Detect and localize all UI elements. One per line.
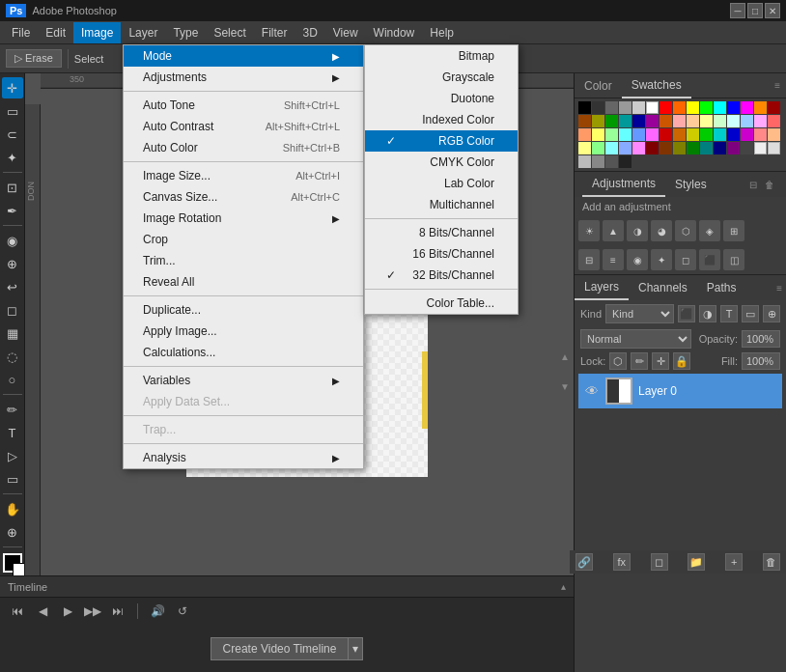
tab-channels[interactable]: Channels (629, 275, 697, 300)
tool-gradient[interactable]: ▦ (2, 322, 23, 344)
swatch[interactable] (714, 128, 726, 141)
tab-styles[interactable]: Styles (665, 172, 716, 197)
swatch[interactable] (727, 101, 740, 114)
swatch[interactable] (592, 101, 604, 114)
mode-cmyk-color[interactable]: CMYK Color (365, 152, 518, 173)
tl-audio-btn[interactable]: 🔊 (148, 602, 167, 621)
swatch[interactable] (619, 128, 632, 141)
menu-item-crop[interactable]: Crop (124, 229, 363, 250)
swatch[interactable] (673, 115, 686, 127)
swatch[interactable] (605, 101, 618, 114)
add-mask-icon[interactable]: ◻ (651, 553, 668, 571)
menu-item-mode[interactable]: Mode ▶ (124, 45, 363, 67)
swatch[interactable] (741, 142, 753, 154)
menu-item-canvas-size[interactable]: Canvas Size... Alt+Ctrl+C (124, 186, 363, 208)
tab-swatches[interactable]: Swatches (622, 73, 691, 98)
swatch[interactable] (687, 115, 699, 127)
swatch[interactable] (592, 155, 604, 168)
mode-indexed-color[interactable]: Indexed Color (365, 109, 518, 130)
menu-view[interactable]: View (325, 22, 366, 43)
swatch[interactable] (687, 142, 699, 154)
menu-item-image-rotation[interactable]: Image Rotation ▶ (124, 208, 363, 229)
menu-edit[interactable]: Edit (38, 22, 73, 43)
layer-kind-select[interactable]: Kind (605, 304, 674, 323)
swatch[interactable] (632, 101, 645, 114)
mode-8bit[interactable]: 8 Bits/Channel (365, 222, 518, 243)
swatch[interactable] (768, 142, 780, 154)
menu-item-apply-image[interactable]: Apply Image... (124, 321, 363, 342)
swatch[interactable] (632, 115, 645, 127)
swatch[interactable] (700, 128, 713, 141)
swatch[interactable] (673, 142, 686, 154)
lock-image-icon[interactable]: ✏ (631, 352, 648, 370)
tl-last-btn[interactable]: ⏭ (108, 602, 127, 621)
swatch[interactable] (714, 115, 726, 127)
adj-bw-icon[interactable]: ⊟ (578, 249, 600, 270)
swatch[interactable] (578, 128, 591, 141)
tool-hand[interactable]: ✋ (2, 498, 23, 519)
tool-eyedropper[interactable]: ✒ (2, 200, 23, 221)
menu-item-calculations[interactable]: Calculations... (124, 342, 363, 363)
swatch[interactable] (754, 115, 767, 127)
swatch[interactable] (727, 142, 740, 154)
menu-window[interactable]: Window (366, 22, 423, 43)
swatch[interactable] (700, 101, 713, 114)
adj-channelmixer-icon[interactable]: ◉ (627, 249, 648, 270)
tool-pen[interactable]: ✏ (2, 399, 23, 420)
swatch[interactable] (741, 101, 753, 114)
tl-next-btn[interactable]: ▶▶ (83, 602, 102, 621)
swatch[interactable] (632, 142, 645, 154)
swatch[interactable] (578, 115, 591, 127)
swatches-menu-icon[interactable]: ≡ (769, 80, 786, 91)
adj-brightness-icon[interactable]: ☀ (578, 220, 600, 241)
swatch[interactable] (727, 128, 740, 141)
swatch[interactable] (727, 115, 740, 127)
adjustments-trash-icon[interactable]: 🗑 (761, 180, 778, 190)
menu-item-adjustments[interactable]: Adjustments ▶ (124, 67, 363, 88)
mode-multichannel[interactable]: Multichannel (365, 194, 518, 215)
swatch[interactable] (660, 101, 672, 114)
swatch[interactable] (605, 115, 618, 127)
swatch[interactable] (619, 101, 632, 114)
tool-clone[interactable]: ⊕ (2, 253, 23, 274)
swatch[interactable] (592, 142, 604, 154)
swatch[interactable] (605, 155, 618, 168)
swatch[interactable] (592, 128, 604, 141)
delete-layer-icon[interactable]: 🗑 (763, 553, 780, 571)
swatch[interactable] (660, 142, 672, 154)
tl-first-btn[interactable]: ⏮ (8, 602, 27, 621)
swatch[interactable] (619, 115, 632, 127)
tab-paths[interactable]: Paths (697, 275, 746, 300)
adj-invert-icon[interactable]: ◻ (675, 249, 696, 270)
adj-curves-icon[interactable]: ◑ (627, 220, 648, 241)
mode-lab-color[interactable]: Lab Color (365, 173, 518, 194)
tool-marquee[interactable]: ▭ (2, 100, 23, 122)
menu-item-duplicate[interactable]: Duplicate... (124, 299, 363, 321)
layer-row[interactable]: 👁 Layer 0 (578, 374, 782, 408)
swatch[interactable] (646, 101, 659, 114)
opacity-input[interactable] (742, 330, 780, 348)
swatch[interactable] (741, 128, 753, 141)
adj-colorlookup-icon[interactable]: ✦ (651, 249, 672, 270)
tool-options[interactable]: ▷ Erase (6, 49, 62, 68)
filter-shape-icon[interactable]: ▭ (742, 305, 759, 322)
new-layer-icon[interactable]: + (725, 553, 743, 571)
fill-input[interactable] (742, 352, 780, 370)
mode-grayscale[interactable]: Grayscale (365, 67, 518, 88)
tool-type[interactable]: T (2, 422, 23, 443)
swatch[interactable] (700, 115, 713, 127)
swatch[interactable] (646, 115, 659, 127)
swatch[interactable] (578, 155, 591, 168)
close-button[interactable]: ✕ (765, 3, 780, 18)
foreground-color[interactable] (3, 553, 22, 573)
menu-item-trim[interactable]: Trim... (124, 250, 363, 271)
menu-3d[interactable]: 3D (295, 22, 324, 43)
adj-hsl-icon[interactable]: ◈ (699, 220, 720, 241)
link-layers-icon[interactable]: 🔗 (575, 553, 593, 571)
swatch[interactable] (605, 128, 618, 141)
swatch[interactable] (754, 142, 767, 154)
swatch[interactable] (768, 101, 780, 114)
lock-all-icon[interactable]: 🔒 (673, 352, 690, 370)
mode-duotone[interactable]: Duotone (365, 88, 518, 109)
filter-adjust-icon[interactable]: ◑ (699, 305, 716, 322)
